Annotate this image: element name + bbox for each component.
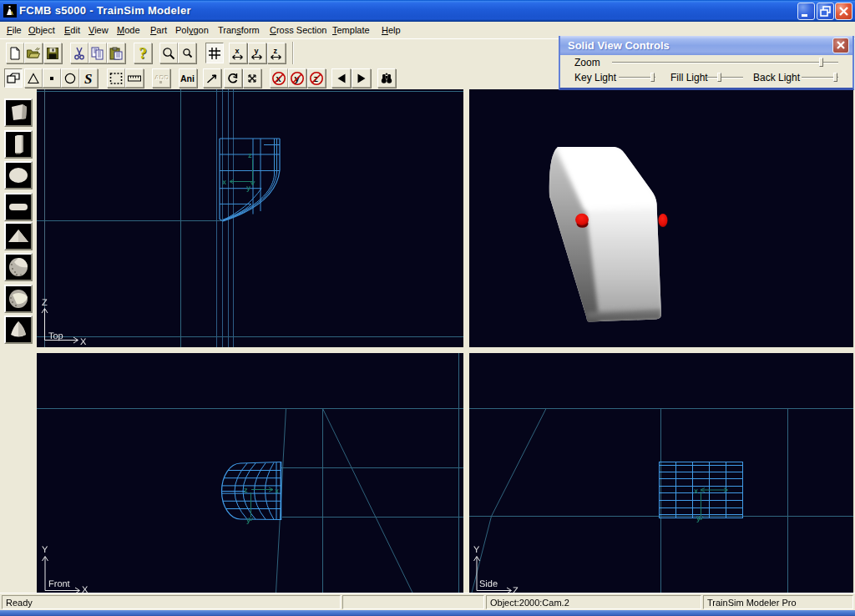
svg-text:Z: Z: [513, 586, 519, 593]
svg-text:Z: Z: [42, 298, 48, 308]
svg-text:y: y: [246, 516, 250, 524]
svg-text:y: y: [246, 184, 250, 192]
svg-text:x: x: [694, 487, 698, 495]
svg-text:x: x: [275, 487, 279, 495]
svg-text:x: x: [222, 178, 226, 186]
svg-text:X: X: [82, 585, 89, 593]
svg-text:?: ?: [139, 46, 148, 61]
svg-text:ADD: ADD: [155, 73, 169, 81]
svg-text:Ani: Ani: [180, 73, 195, 83]
svg-text:X: X: [80, 337, 87, 347]
svg-text:x: x: [235, 46, 240, 54]
svg-text:z: z: [244, 486, 248, 494]
svg-text:S: S: [84, 71, 92, 85]
svg-text:Top: Top: [48, 331, 63, 341]
svg-text:Front: Front: [48, 579, 70, 589]
svg-text:z: z: [274, 46, 278, 54]
svg-text:z: z: [248, 151, 252, 159]
svg-text:Y: Y: [473, 545, 480, 555]
svg-text:y: y: [255, 46, 259, 54]
svg-text:Y: Y: [42, 545, 48, 555]
svg-text:Side: Side: [479, 579, 498, 589]
